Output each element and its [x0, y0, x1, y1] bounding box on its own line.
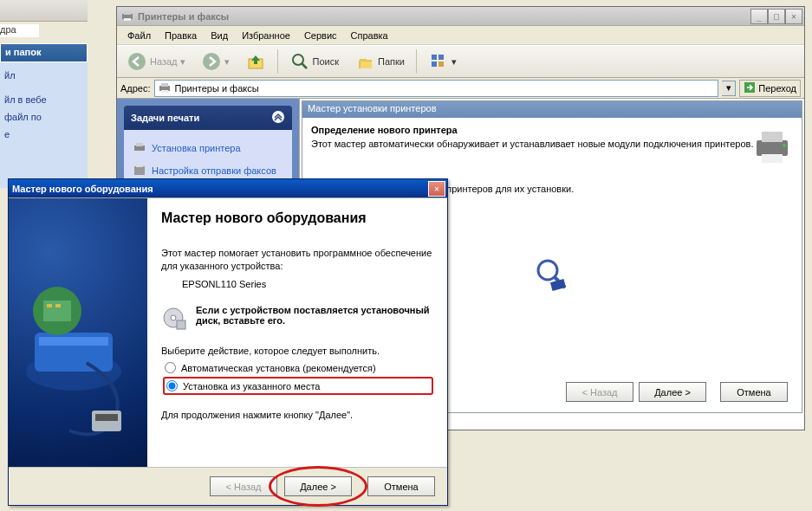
- bg-toolbar-fragment: [0, 0, 88, 22]
- menu-edit[interactable]: Правка: [158, 28, 204, 43]
- separator: [277, 49, 278, 74]
- continue-hint: Для продолжения нажмите кнопку "Далее".: [161, 409, 433, 422]
- svg-point-40: [171, 315, 176, 320]
- folders-icon: [354, 51, 375, 72]
- search-icon: [289, 51, 310, 72]
- svg-point-3: [128, 53, 146, 70]
- svg-rect-23: [757, 140, 788, 156]
- svg-point-27: [538, 261, 557, 280]
- folders-button[interactable]: Папки: [348, 48, 411, 75]
- wizard-intro-text: Этот мастер помогает установить программ…: [161, 247, 433, 273]
- printers-title: Принтеры и факсы: [138, 11, 229, 22]
- svg-rect-36: [55, 304, 61, 307]
- address-input[interactable]: Принтеры и факсы: [154, 80, 719, 97]
- svg-rect-21: [134, 166, 145, 175]
- svg-rect-29: [550, 279, 566, 291]
- up-button[interactable]: [239, 48, 272, 75]
- wizard-back-button[interactable]: < Назад: [566, 382, 633, 402]
- svg-point-4: [203, 53, 220, 70]
- radio-auto-label: Автоматическая установка (рекомендуется): [181, 363, 376, 373]
- bg-panel-header-fragment: и папок: [0, 43, 88, 62]
- separator: [416, 49, 417, 74]
- search-magnifier-icon: [534, 256, 570, 293]
- wizard-next-button[interactable]: Далее >: [639, 382, 706, 402]
- svg-rect-10: [432, 55, 437, 60]
- collapse-icon: [271, 110, 285, 126]
- svg-line-7: [302, 63, 307, 68]
- views-button[interactable]: ▾: [422, 48, 463, 75]
- svg-rect-12: [432, 61, 437, 67]
- printer-wizard-header: Мастер установки принтеров: [302, 101, 802, 118]
- svg-rect-15: [161, 83, 168, 87]
- svg-rect-1: [124, 11, 131, 15]
- wizard-footer: < Назад Далее > Отмена: [9, 467, 447, 505]
- wizard-button-row: < Назад Далее > Отмена: [566, 382, 788, 402]
- printer-icon: [158, 81, 172, 96]
- back-arrow-icon: [127, 51, 147, 72]
- back-button[interactable]: Назад ▾: [120, 48, 192, 75]
- menu-view[interactable]: Вид: [204, 28, 235, 43]
- bg-text-fragment: дра: [0, 24, 39, 37]
- choose-action-text: Выберите действие, которое следует выпол…: [161, 345, 433, 358]
- task-label: Настройка отправки факсов: [152, 165, 276, 176]
- printer-icon: [120, 9, 134, 24]
- svg-point-26: [783, 144, 786, 147]
- svg-rect-22: [136, 165, 143, 167]
- bg-item[interactable]: е: [4, 126, 83, 143]
- bg-item[interactable]: файл по: [4, 108, 83, 126]
- svg-rect-35: [47, 304, 52, 307]
- menu-tools[interactable]: Сервис: [297, 28, 344, 43]
- bg-item[interactable]: йл: [4, 67, 83, 84]
- menu-bar: Файл Правка Вид Избранное Сервис Справка: [117, 26, 804, 45]
- svg-rect-25: [762, 154, 783, 163]
- go-button[interactable]: Переход: [739, 80, 801, 97]
- address-label: Адрес:: [120, 83, 151, 94]
- folder-up-icon: [245, 51, 266, 72]
- address-bar: Адрес: Принтеры и факсы ▾ Переход: [117, 78, 804, 99]
- search-label: Поиск: [313, 56, 339, 67]
- address-dropdown[interactable]: ▾: [722, 81, 736, 96]
- radio-auto-install[interactable]: Автоматическая установка (рекомендуется): [165, 362, 433, 373]
- svg-rect-38: [95, 414, 118, 421]
- svg-rect-2: [124, 18, 131, 21]
- go-arrow-icon: [744, 81, 756, 95]
- insert-disk-text: Если с устройством поставляется установо…: [196, 305, 433, 326]
- search-button[interactable]: Поиск: [283, 48, 345, 75]
- wizard-step-title: Определение нового принтера: [311, 125, 793, 135]
- wizard-content: Мастер нового оборудования Этот мастер п…: [147, 198, 447, 467]
- menu-help[interactable]: Справка: [344, 28, 395, 43]
- hw-next-button[interactable]: Далее >: [284, 476, 352, 496]
- close-button[interactable]: ✕: [428, 181, 445, 197]
- task-group-header[interactable]: Задачи печати: [124, 106, 292, 130]
- bg-item[interactable]: йл в вебе: [4, 91, 83, 108]
- svg-rect-41: [177, 320, 185, 329]
- wizard-cancel-button[interactable]: Отмена: [720, 382, 788, 402]
- maximize-button[interactable]: □: [768, 9, 785, 24]
- close-button[interactable]: ✕: [785, 9, 802, 24]
- radio-specific-label: Установка из указанного места: [183, 381, 320, 391]
- dropdown-arrow-icon: ▾: [180, 56, 185, 68]
- bg-item[interactable]: [4, 84, 83, 91]
- fax-icon: [133, 163, 146, 178]
- svg-rect-8: [360, 61, 372, 68]
- hw-cancel-button[interactable]: Отмена: [367, 476, 435, 496]
- menu-favorites[interactable]: Избранное: [235, 28, 297, 43]
- cd-icon: [161, 305, 187, 333]
- radio-auto-input[interactable]: [165, 362, 176, 373]
- hardware-wizard-title: Мастер нового оборудования: [12, 184, 153, 194]
- task-add-printer[interactable]: Установка принтера: [131, 137, 285, 159]
- minimize-button[interactable]: _: [750, 9, 768, 24]
- svg-rect-20: [136, 143, 143, 146]
- radio-specific-location[interactable]: Установка из указанного места: [163, 377, 433, 395]
- svg-rect-32: [39, 337, 108, 346]
- hardware-wizard-titlebar[interactable]: Мастер нового оборудования ✕: [9, 179, 447, 198]
- svg-rect-16: [161, 90, 168, 93]
- menu-file[interactable]: Файл: [120, 28, 158, 43]
- radio-specific-input[interactable]: [166, 380, 178, 391]
- forward-button[interactable]: ▾: [195, 48, 236, 75]
- wizard-step-desc: Этот мастер автоматически обнаруживает и…: [311, 138, 793, 151]
- bg-tasks-fragment: йл йл в вебе файл по е: [0, 62, 88, 188]
- printers-titlebar[interactable]: Принтеры и факсы _ □ ✕: [117, 7, 804, 26]
- address-value: Принтеры и факсы: [175, 83, 259, 94]
- hw-back-button[interactable]: < Назад: [210, 476, 277, 496]
